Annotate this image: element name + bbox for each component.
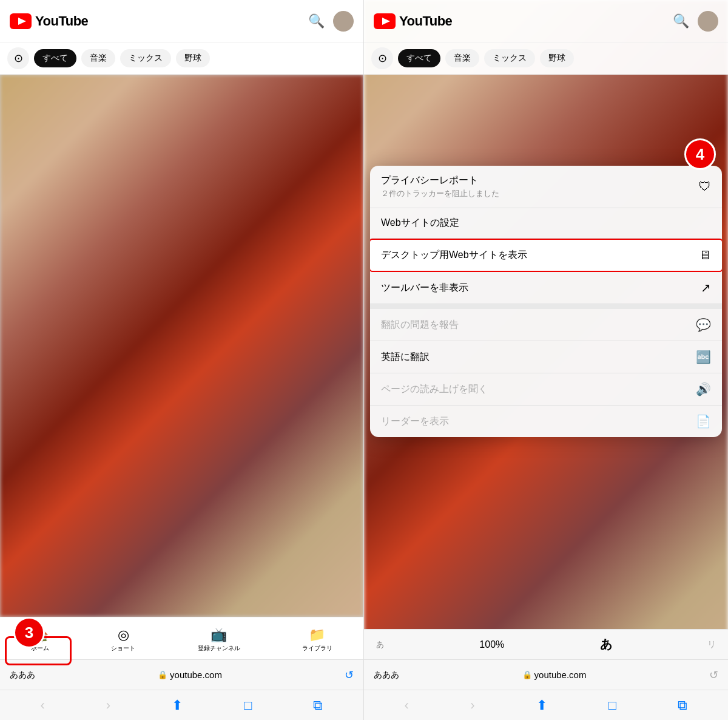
menu-website-settings-left: Webサイトの設定 — [381, 217, 459, 229]
right-tab-music[interactable]: 音楽 — [445, 49, 479, 67]
reader-icon: 📄 — [696, 414, 711, 429]
step3-number: 3 — [25, 623, 33, 642]
subscriptions-icon: 📺 — [211, 627, 227, 643]
right-forward-btn[interactable]: › — [470, 698, 474, 713]
left-logo-text: YouTube — [35, 13, 88, 29]
left-tabs-btn[interactable]: ⧉ — [313, 698, 323, 713]
menu-translate[interactable]: 英語に翻訳 🔤 — [370, 341, 722, 373]
step4-badge: 4 — [684, 138, 716, 170]
font-small-btn[interactable]: あ — [376, 639, 384, 650]
menu-privacy-report[interactable]: プライバシーレポート ２件のトラッカーを阻止しました 🛡 — [370, 166, 722, 208]
font-percent: 100% — [479, 639, 504, 650]
shorts-icon: ◎ — [118, 627, 129, 643]
right-search-icon[interactable]: 🔍 — [673, 13, 689, 29]
left-lock-icon: 🔒 — [158, 670, 167, 679]
menu-reader-view[interactable]: リーダーを表示 📄 — [370, 406, 722, 437]
menu-divider — [370, 304, 722, 309]
right-youtube-logo-icon — [374, 13, 396, 29]
left-phone-panel: YouTube 🔍 ⊙ すべて 音楽 ミックス 野球 🏠 ホーム ◎ ショート … — [0, 0, 364, 720]
right-main-area: プライバシーレポート ２件のトラッカーを阻止しました 🛡 Webサイトの設定 — [364, 75, 728, 629]
left-filter-tabs: ⊙ すべて 音楽 ミックス 野球 — [0, 42, 363, 75]
menu-privacy-report-left: プライバシーレポート ２件のトラッカーを阻止しました — [381, 174, 499, 199]
menu-desktop-view-left: デスクトップ用Webサイトを表示 — [381, 249, 527, 262]
left-blurred-content — [0, 75, 363, 617]
right-content-wrapper: YouTube 🔍 ⊙ すべて 音楽 ミックス 野球 プライバシーレポート — [364, 0, 728, 720]
report-icon: 💬 — [696, 318, 711, 332]
right-reload-icon[interactable]: ↺ — [709, 668, 718, 682]
menu-website-settings[interactable]: Webサイトの設定 — [370, 208, 722, 239]
font-extra[interactable]: リ — [707, 639, 716, 650]
menu-report-title: 翻訳の問題を報告 — [381, 319, 459, 331]
hide-toolbar-icon: ↗ — [701, 280, 711, 295]
left-tab-all[interactable]: すべて — [34, 49, 76, 67]
context-menu: プライバシーレポート ２件のトラッカーを阻止しました 🛡 Webサイトの設定 — [370, 166, 722, 437]
left-nav-subscriptions[interactable]: 📺 登録チャンネル — [198, 627, 240, 653]
left-bottom-nav: 🏠 ホーム ◎ ショート 📺 登録チャンネル 📁 ライブラリ — [0, 617, 363, 659]
left-share-btn[interactable]: ⬆ — [172, 698, 183, 713]
right-address-bar: あああ 🔒 youtube.com ↺ — [364, 659, 728, 690]
menu-hide-toolbar[interactable]: ツールバーを非表示 ↗ — [370, 272, 722, 304]
right-lock-icon: 🔒 — [522, 670, 532, 679]
right-aa-button[interactable]: あああ — [374, 670, 399, 681]
right-bookmarks-btn[interactable]: □ — [608, 698, 616, 713]
left-reload-icon[interactable]: ↺ — [345, 668, 354, 682]
right-share-btn[interactable]: ⬆ — [536, 698, 547, 713]
right-tab-compass[interactable]: ⊙ — [371, 47, 393, 69]
right-avatar[interactable] — [698, 11, 718, 32]
left-nav-subscriptions-label: 登録チャンネル — [198, 644, 240, 653]
left-back-btn[interactable]: ‹ — [41, 698, 45, 713]
right-tabs-btn[interactable]: ⧉ — [678, 698, 687, 713]
menu-report-translation[interactable]: 翻訳の問題を報告 💬 — [370, 309, 722, 341]
left-search-icon[interactable]: 🔍 — [308, 13, 325, 29]
menu-translate-title: 英語に翻訳 — [381, 351, 430, 364]
menu-reader-view-left: リーダーを表示 — [381, 415, 449, 428]
translate-icon: 🔤 — [696, 350, 711, 364]
left-nav-shorts[interactable]: ◎ ショート — [111, 627, 135, 653]
menu-hide-toolbar-title: ツールバーを非表示 — [381, 282, 468, 294]
right-back-btn[interactable]: ‹ — [405, 698, 409, 713]
menu-read-aloud[interactable]: ページの読み上げを聞く 🔊 — [370, 373, 722, 406]
library-icon: 📁 — [309, 627, 325, 643]
left-content-area — [0, 75, 363, 617]
menu-desktop-view[interactable]: デスクトップ用Webサイトを表示 🖥 — [370, 239, 722, 272]
right-tab-baseball[interactable]: 野球 — [540, 49, 574, 67]
step4-number: 4 — [696, 145, 704, 164]
menu-hide-toolbar-left: ツールバーを非表示 — [381, 282, 468, 294]
menu-translate-left: 英語に翻訳 — [381, 351, 430, 364]
read-aloud-icon: 🔊 — [696, 382, 711, 396]
right-phone-panel: YouTube 🔍 ⊙ すべて 音楽 ミックス 野球 プライバシーレポート — [364, 0, 728, 720]
right-tab-all[interactable]: すべて — [398, 49, 440, 67]
right-logo: YouTube — [374, 13, 673, 29]
left-nav-shorts-label: ショート — [111, 644, 135, 653]
left-tab-baseball[interactable]: 野球 — [176, 49, 210, 67]
right-tab-mix[interactable]: ミックス — [484, 49, 535, 67]
right-browser-nav: ‹ › ⬆ □ ⧉ — [364, 690, 728, 720]
left-tab-mix[interactable]: ミックス — [120, 49, 171, 67]
menu-privacy-subtitle: ２件のトラッカーを阻止しました — [381, 188, 499, 199]
right-font-bar: あ 100% あ リ — [364, 629, 728, 659]
left-forward-btn[interactable]: › — [106, 698, 110, 713]
left-nav-library-label: ライブラリ — [302, 644, 332, 653]
right-logo-text: YouTube — [399, 13, 452, 29]
left-header: YouTube 🔍 — [0, 0, 363, 42]
left-logo: YouTube — [10, 13, 308, 29]
left-bookmarks-btn[interactable]: □ — [244, 698, 252, 713]
left-tab-music[interactable]: 音楽 — [81, 49, 115, 67]
left-header-icons: 🔍 — [308, 11, 354, 32]
left-aa-button[interactable]: あああ — [10, 670, 35, 681]
font-large-btn[interactable]: あ — [600, 636, 612, 653]
left-avatar[interactable] — [333, 11, 354, 32]
right-header: YouTube 🔍 — [364, 0, 728, 42]
menu-read-aloud-left: ページの読み上げを聞く — [381, 383, 488, 396]
right-url-text: youtube.com — [534, 670, 587, 680]
menu-website-title: Webサイトの設定 — [381, 217, 459, 229]
menu-reader-title: リーダーを表示 — [381, 415, 449, 428]
left-address-bar: あああ 🔒 youtube.com ↺ — [0, 659, 363, 690]
right-filter-tabs: ⊙ すべて 音楽 ミックス 野球 — [364, 42, 728, 75]
menu-privacy-title: プライバシーレポート — [381, 174, 499, 187]
left-nav-library[interactable]: 📁 ライブラリ — [302, 627, 332, 653]
right-header-icons: 🔍 — [673, 11, 718, 32]
left-tab-compass[interactable]: ⊙ — [7, 47, 29, 69]
menu-report-translation-left: 翻訳の問題を報告 — [381, 319, 459, 331]
menu-desktop-title: デスクトップ用Webサイトを表示 — [381, 249, 527, 262]
